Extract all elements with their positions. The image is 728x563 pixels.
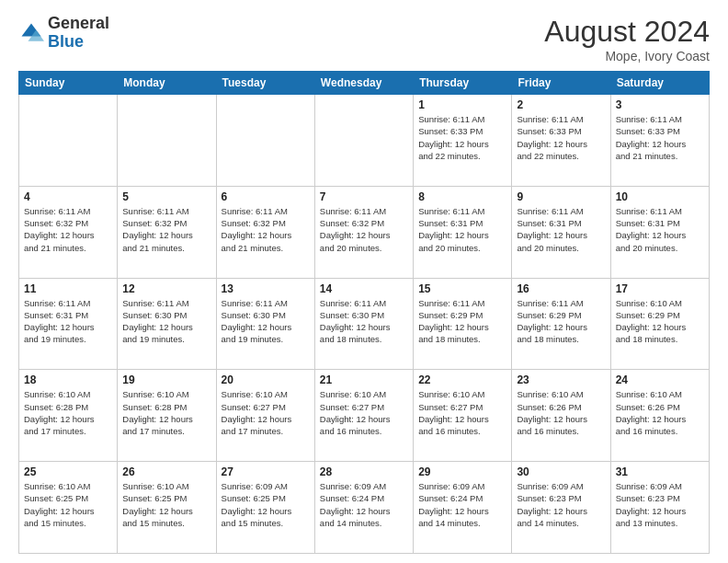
day-cell: 12Sunrise: 6:11 AMSunset: 6:30 PMDayligh… (118, 278, 216, 370)
day-info: Sunrise: 6:11 AMSunset: 6:32 PMDaylight:… (320, 205, 408, 254)
week-row-2: 4Sunrise: 6:11 AMSunset: 6:32 PMDaylight… (19, 186, 710, 278)
day-cell: 21Sunrise: 6:10 AMSunset: 6:27 PMDayligh… (314, 370, 413, 462)
day-info: Sunrise: 6:11 AMSunset: 6:32 PMDaylight:… (122, 205, 210, 254)
day-cell: 3Sunrise: 6:11 AMSunset: 6:33 PMDaylight… (610, 95, 709, 187)
day-info: Sunrise: 6:11 AMSunset: 6:32 PMDaylight:… (222, 205, 310, 254)
day-number: 27 (222, 465, 310, 478)
day-number: 3 (616, 98, 704, 111)
col-header-monday: Monday (118, 72, 216, 95)
month-year: August 2024 (544, 15, 710, 49)
day-info: Sunrise: 6:09 AMSunset: 6:24 PMDaylight:… (320, 480, 408, 529)
day-info: Sunrise: 6:11 AMSunset: 6:30 PMDaylight:… (320, 297, 408, 346)
day-info: Sunrise: 6:11 AMSunset: 6:33 PMDaylight:… (517, 113, 605, 162)
day-info: Sunrise: 6:10 AMSunset: 6:25 PMDaylight:… (122, 480, 210, 529)
day-cell: 17Sunrise: 6:10 AMSunset: 6:29 PMDayligh… (610, 278, 709, 370)
day-number: 15 (418, 282, 506, 295)
day-info: Sunrise: 6:11 AMSunset: 6:30 PMDaylight:… (122, 297, 210, 346)
day-info: Sunrise: 6:10 AMSunset: 6:28 PMDaylight:… (122, 388, 210, 437)
day-number: 12 (122, 282, 210, 295)
day-cell: 28Sunrise: 6:09 AMSunset: 6:24 PMDayligh… (314, 462, 413, 554)
day-number: 7 (320, 190, 408, 203)
day-number: 13 (222, 282, 310, 295)
day-cell: 23Sunrise: 6:10 AMSunset: 6:26 PMDayligh… (512, 370, 610, 462)
day-number: 1 (418, 98, 506, 111)
day-info: Sunrise: 6:11 AMSunset: 6:33 PMDaylight:… (418, 113, 506, 162)
day-cell: 14Sunrise: 6:11 AMSunset: 6:30 PMDayligh… (314, 278, 413, 370)
day-info: Sunrise: 6:11 AMSunset: 6:29 PMDaylight:… (418, 297, 506, 346)
day-number: 20 (222, 373, 310, 386)
day-info: Sunrise: 6:11 AMSunset: 6:31 PMDaylight:… (517, 205, 605, 254)
calendar: SundayMondayTuesdayWednesdayThursdayFrid… (18, 71, 710, 554)
col-header-thursday: Thursday (414, 72, 512, 95)
day-number: 9 (517, 190, 605, 203)
week-row-5: 25Sunrise: 6:10 AMSunset: 6:25 PMDayligh… (19, 462, 710, 554)
day-info: Sunrise: 6:10 AMSunset: 6:26 PMDaylight:… (616, 388, 704, 437)
day-info: Sunrise: 6:10 AMSunset: 6:27 PMDaylight:… (222, 388, 310, 437)
day-cell: 27Sunrise: 6:09 AMSunset: 6:25 PMDayligh… (216, 462, 314, 554)
day-info: Sunrise: 6:11 AMSunset: 6:30 PMDaylight:… (222, 297, 310, 346)
day-info: Sunrise: 6:11 AMSunset: 6:29 PMDaylight:… (517, 297, 605, 346)
day-number: 19 (122, 373, 210, 386)
day-info: Sunrise: 6:10 AMSunset: 6:27 PMDaylight:… (320, 388, 408, 437)
day-cell: 8Sunrise: 6:11 AMSunset: 6:31 PMDaylight… (414, 186, 512, 278)
day-info: Sunrise: 6:10 AMSunset: 6:26 PMDaylight:… (517, 388, 605, 437)
day-number: 22 (418, 373, 506, 386)
day-number: 16 (517, 282, 605, 295)
week-row-3: 11Sunrise: 6:11 AMSunset: 6:31 PMDayligh… (19, 278, 710, 370)
day-cell (19, 95, 118, 187)
day-number: 29 (418, 465, 506, 478)
day-cell: 16Sunrise: 6:11 AMSunset: 6:29 PMDayligh… (512, 278, 610, 370)
col-header-wednesday: Wednesday (314, 72, 413, 95)
day-number: 23 (517, 373, 605, 386)
day-number: 30 (517, 465, 605, 478)
day-number: 31 (616, 465, 704, 478)
day-cell: 19Sunrise: 6:10 AMSunset: 6:28 PMDayligh… (118, 370, 216, 462)
day-cell: 9Sunrise: 6:11 AMSunset: 6:31 PMDaylight… (512, 186, 610, 278)
day-cell: 6Sunrise: 6:11 AMSunset: 6:32 PMDaylight… (216, 186, 314, 278)
location: Mope, Ivory Coast (544, 49, 710, 63)
day-number: 21 (320, 373, 408, 386)
day-info: Sunrise: 6:09 AMSunset: 6:25 PMDaylight:… (222, 480, 310, 529)
day-cell: 15Sunrise: 6:11 AMSunset: 6:29 PMDayligh… (414, 278, 512, 370)
day-number: 14 (320, 282, 408, 295)
day-info: Sunrise: 6:11 AMSunset: 6:31 PMDaylight:… (616, 205, 704, 254)
day-info: Sunrise: 6:11 AMSunset: 6:31 PMDaylight:… (418, 205, 506, 254)
logo-icon (18, 20, 44, 46)
day-info: Sunrise: 6:09 AMSunset: 6:23 PMDaylight:… (517, 480, 605, 529)
day-number: 17 (616, 282, 704, 295)
col-header-sunday: Sunday (19, 72, 118, 95)
day-cell: 18Sunrise: 6:10 AMSunset: 6:28 PMDayligh… (19, 370, 118, 462)
col-header-tuesday: Tuesday (216, 72, 314, 95)
col-header-friday: Friday (512, 72, 610, 95)
header: General Blue August 2024 Mope, Ivory Coa… (18, 15, 710, 63)
day-cell: 25Sunrise: 6:10 AMSunset: 6:25 PMDayligh… (19, 462, 118, 554)
week-row-4: 18Sunrise: 6:10 AMSunset: 6:28 PMDayligh… (19, 370, 710, 462)
title-block: August 2024 Mope, Ivory Coast (544, 15, 710, 63)
day-cell: 4Sunrise: 6:11 AMSunset: 6:32 PMDaylight… (19, 186, 118, 278)
day-number: 10 (616, 190, 704, 203)
logo-blue: Blue (48, 32, 84, 51)
day-cell (216, 95, 314, 187)
day-number: 5 (122, 190, 210, 203)
day-number: 26 (122, 465, 210, 478)
day-cell: 11Sunrise: 6:11 AMSunset: 6:31 PMDayligh… (19, 278, 118, 370)
logo: General Blue (18, 15, 109, 52)
week-row-1: 1Sunrise: 6:11 AMSunset: 6:33 PMDaylight… (19, 95, 710, 187)
day-info: Sunrise: 6:10 AMSunset: 6:28 PMDaylight:… (24, 388, 112, 437)
logo-text: General Blue (48, 15, 109, 52)
day-cell (314, 95, 413, 187)
day-number: 25 (24, 465, 112, 478)
day-cell: 13Sunrise: 6:11 AMSunset: 6:30 PMDayligh… (216, 278, 314, 370)
day-info: Sunrise: 6:11 AMSunset: 6:33 PMDaylight:… (616, 113, 704, 162)
day-cell: 1Sunrise: 6:11 AMSunset: 6:33 PMDaylight… (414, 95, 512, 187)
day-number: 8 (418, 190, 506, 203)
day-number: 24 (616, 373, 704, 386)
day-info: Sunrise: 6:11 AMSunset: 6:32 PMDaylight:… (24, 205, 112, 254)
day-number: 4 (24, 190, 112, 203)
day-info: Sunrise: 6:10 AMSunset: 6:29 PMDaylight:… (616, 297, 704, 346)
day-number: 28 (320, 465, 408, 478)
day-info: Sunrise: 6:09 AMSunset: 6:24 PMDaylight:… (418, 480, 506, 529)
day-number: 18 (24, 373, 112, 386)
day-cell: 22Sunrise: 6:10 AMSunset: 6:27 PMDayligh… (414, 370, 512, 462)
day-cell: 29Sunrise: 6:09 AMSunset: 6:24 PMDayligh… (414, 462, 512, 554)
